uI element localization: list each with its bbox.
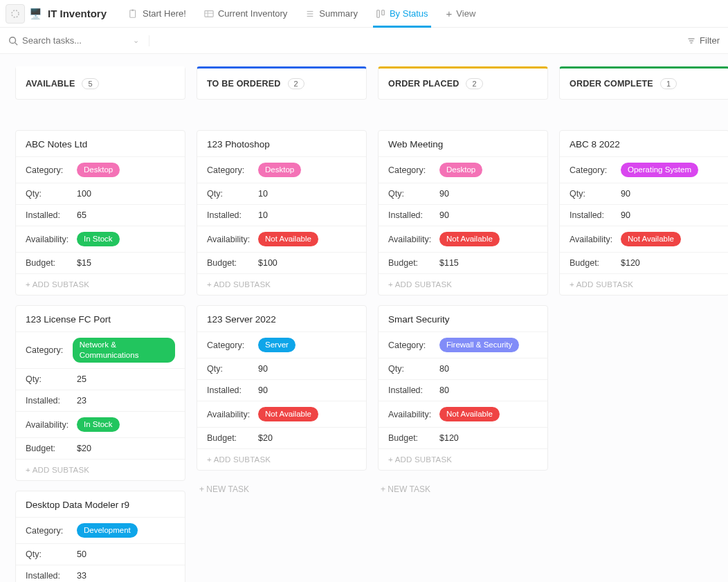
field-label: Availability: (26, 235, 77, 244)
svg-rect-3 (205, 10, 213, 17)
add-subtask-button[interactable]: + ADD SUBTASK (16, 459, 185, 480)
row-budget: Budget:$15 (16, 252, 185, 273)
task-card[interactable]: Web Meeting Category:Desktop Qty:90 Inst… (378, 130, 548, 295)
budget-value: $120 (621, 258, 640, 268)
tab-by-status[interactable]: By Status (367, 0, 437, 27)
row-category: Category:Operating System (560, 156, 728, 183)
field-label: Installed: (26, 210, 77, 220)
field-label: Availability: (388, 235, 439, 244)
add-subtask-button[interactable]: + ADD SUBTASK (560, 273, 728, 295)
task-card[interactable]: ABC 8 2022 Category:Operating System Qty… (559, 130, 728, 295)
add-subtask-button[interactable]: + ADD SUBTASK (197, 273, 366, 295)
svg-rect-10 (382, 10, 385, 15)
field-label: Installed: (388, 210, 439, 220)
task-card[interactable]: ABC Notes Ltd Category:Desktop Qty:100 I… (15, 130, 185, 295)
column-to-be-ordered: TO BE ORDERED2 123 Photoshop Category:De… (197, 66, 367, 498)
column-header[interactable]: ORDER COMPLETE1 (559, 66, 728, 100)
row-category: Category:Desktop (197, 156, 366, 183)
card-title: Smart Security (379, 306, 547, 331)
field-label: Availability: (207, 235, 258, 244)
field-label: Installed: (388, 385, 439, 395)
tab-label: Start Here! (143, 8, 186, 19)
tab-current-inventory[interactable]: Current Inventory (196, 0, 295, 27)
row-installed: Installed:65 (16, 204, 185, 226)
svg-line-12 (15, 42, 18, 45)
column-name: ORDER PLACED (388, 79, 459, 89)
tab-icon (376, 9, 385, 19)
category-pill: Desktop (258, 163, 301, 177)
qty-value: 90 (621, 189, 630, 199)
row-budget: Budget:$100 (197, 252, 366, 273)
task-card[interactable]: Smart Security Category:Firewall & Secur… (378, 305, 548, 471)
svg-point-11 (10, 37, 16, 43)
row-category: Category:Desktop (16, 156, 185, 183)
add-subtask-button[interactable]: + ADD SUBTASK (379, 273, 547, 295)
column-count: 2 (466, 78, 482, 89)
qty-value: 80 (439, 364, 449, 374)
new-task-button[interactable]: + NEW TASK (378, 480, 548, 498)
card-title: 123 License FC Port (16, 306, 185, 331)
add-subtask-button[interactable]: + ADD SUBTASK (379, 448, 547, 470)
category-pill: Development (77, 523, 138, 538)
field-label: Availability: (570, 235, 621, 244)
row-qty: Qty:80 (379, 358, 547, 379)
field-label: Budget: (207, 433, 258, 443)
add-subtask-button[interactable]: + ADD SUBTASK (197, 448, 366, 470)
field-label: Category: (26, 345, 73, 355)
column-count: 1 (660, 78, 677, 89)
task-card[interactable]: Desktop Data Modeler r9 Category:Develop… (15, 491, 185, 582)
field-label: Qty: (388, 364, 439, 374)
category-pill: Operating System (621, 163, 698, 177)
app-title: IT Inventory (48, 8, 107, 19)
row-availability: Availability:Not Available (197, 401, 366, 427)
card-title: Desktop Data Modeler r9 (16, 491, 185, 517)
row-qty: Qty:90 (197, 358, 366, 379)
toolbar: ⌄ Filter (0, 28, 728, 54)
budget-value: $100 (258, 258, 277, 268)
add-subtask-button[interactable]: + ADD SUBTASK (16, 273, 185, 295)
field-label: Qty: (207, 364, 258, 374)
field-label: Installed: (207, 385, 258, 395)
task-card[interactable]: 123 Server 2022 Category:Server Qty:90 I… (197, 305, 367, 471)
task-card[interactable]: 123 License FC Port Category:Network & C… (15, 305, 185, 481)
field-label: Budget: (26, 258, 77, 268)
card-title: ABC 8 2022 (560, 131, 728, 156)
qty-value: 90 (439, 189, 449, 199)
installed-value: 33 (77, 571, 87, 581)
plus-icon: + (446, 8, 453, 19)
column-header[interactable]: ORDER PLACED2 (378, 66, 548, 100)
row-qty: Qty:10 (197, 183, 366, 204)
field-label: Budget: (207, 258, 258, 268)
category-pill: Network & Communications (73, 338, 175, 363)
tab-icon (129, 9, 138, 19)
availability-pill: Not Available (439, 407, 500, 421)
column-header[interactable]: AVAILABLE5 (15, 66, 185, 100)
search-icon (8, 36, 18, 46)
qty-value: 100 (77, 189, 91, 199)
field-label: Budget: (388, 258, 439, 268)
qty-value: 25 (77, 374, 87, 384)
divider (149, 35, 149, 46)
filter-button[interactable]: Filter (687, 35, 720, 46)
row-availability: Availability:Not Available (197, 226, 366, 252)
row-installed: Installed:10 (197, 204, 366, 226)
new-task-button[interactable]: + NEW TASK (197, 480, 367, 498)
chevron-down-icon[interactable]: ⌄ (133, 36, 139, 45)
search-input[interactable] (22, 35, 126, 46)
tab-label: By Status (390, 8, 428, 19)
workspace-icon[interactable] (6, 4, 25, 24)
field-label: Budget: (26, 444, 77, 453)
task-card[interactable]: 123 Photoshop Category:Desktop Qty:10 In… (197, 130, 367, 295)
row-budget: Budget:$115 (379, 252, 547, 273)
tab-label: Summary (319, 8, 358, 19)
add-view-button[interactable]: +View (438, 0, 484, 27)
column-header[interactable]: TO BE ORDERED2 (197, 66, 367, 100)
tab-summary[interactable]: Summary (297, 0, 366, 27)
tab-start-here-[interactable]: Start Here! (120, 0, 194, 27)
availability-pill: In Stock (77, 232, 120, 246)
column-count: 5 (82, 78, 98, 89)
row-category: Category:Firewall & Security (379, 331, 547, 358)
installed-value: 90 (621, 210, 630, 220)
column-name: TO BE ORDERED (207, 79, 281, 89)
field-label: Qty: (26, 374, 77, 384)
